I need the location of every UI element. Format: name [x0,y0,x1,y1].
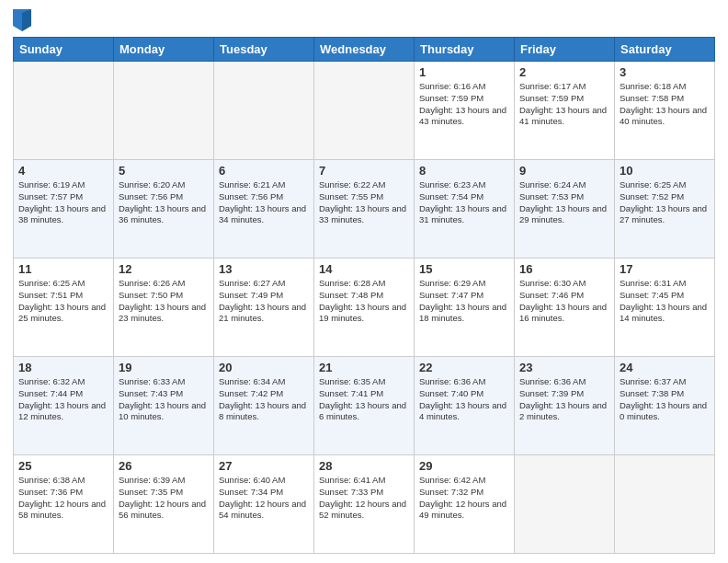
day-number: 16 [519,262,609,276]
day-number: 3 [620,65,710,79]
calendar-day-cell: 11Sunrise: 6:25 AM Sunset: 7:51 PM Dayli… [14,259,114,357]
calendar-day-cell [314,62,415,160]
day-info: Sunrise: 6:23 AM Sunset: 7:54 PM Dayligh… [419,179,509,226]
calendar-day-cell: 29Sunrise: 6:42 AM Sunset: 7:32 PM Dayli… [415,455,515,554]
calendar-day-cell: 4Sunrise: 6:19 AM Sunset: 7:57 PM Daylig… [14,160,114,259]
day-number: 11 [18,262,108,276]
calendar-day-cell: 28Sunrise: 6:41 AM Sunset: 7:33 PM Dayli… [314,455,415,554]
calendar-day-header: Saturday [615,38,715,62]
day-info: Sunrise: 6:25 AM Sunset: 7:52 PM Dayligh… [620,179,710,226]
calendar-day-cell: 8Sunrise: 6:23 AM Sunset: 7:54 PM Daylig… [415,160,515,259]
day-number: 22 [419,361,509,374]
calendar-day-cell: 14Sunrise: 6:28 AM Sunset: 7:48 PM Dayli… [314,259,415,357]
day-info: Sunrise: 6:36 AM Sunset: 7:39 PM Dayligh… [519,376,609,423]
calendar-day-cell: 13Sunrise: 6:27 AM Sunset: 7:49 PM Dayli… [214,259,314,357]
calendar-day-cell: 19Sunrise: 6:33 AM Sunset: 7:43 PM Dayli… [114,357,214,455]
day-number: 5 [119,164,209,178]
day-info: Sunrise: 6:39 AM Sunset: 7:35 PM Dayligh… [119,475,209,522]
day-number: 14 [319,262,409,276]
day-number: 29 [419,459,509,473]
calendar-day-cell: 25Sunrise: 6:38 AM Sunset: 7:36 PM Dayli… [14,455,114,554]
calendar-day-cell: 24Sunrise: 6:37 AM Sunset: 7:38 PM Dayli… [615,357,715,455]
calendar-day-cell: 22Sunrise: 6:36 AM Sunset: 7:40 PM Dayli… [415,357,515,455]
day-number: 6 [219,164,309,178]
day-info: Sunrise: 6:36 AM Sunset: 7:40 PM Dayligh… [419,376,509,423]
day-number: 26 [119,459,209,473]
day-info: Sunrise: 6:35 AM Sunset: 7:41 PM Dayligh… [319,376,409,423]
calendar-day-cell [114,62,214,160]
day-info: Sunrise: 6:37 AM Sunset: 7:38 PM Dayligh… [620,376,710,423]
day-info: Sunrise: 6:24 AM Sunset: 7:53 PM Dayligh… [519,179,609,226]
day-number: 7 [319,164,409,178]
calendar-day-cell: 21Sunrise: 6:35 AM Sunset: 7:41 PM Dayli… [314,357,415,455]
calendar-day-cell: 5Sunrise: 6:20 AM Sunset: 7:56 PM Daylig… [114,160,214,259]
calendar-week-row: 11Sunrise: 6:25 AM Sunset: 7:51 PM Dayli… [14,259,715,357]
day-info: Sunrise: 6:31 AM Sunset: 7:45 PM Dayligh… [620,278,710,325]
day-info: Sunrise: 6:20 AM Sunset: 7:56 PM Dayligh… [119,179,209,226]
calendar-day-cell: 3Sunrise: 6:18 AM Sunset: 7:58 PM Daylig… [615,62,715,160]
calendar-day-header: Thursday [415,38,515,62]
day-info: Sunrise: 6:17 AM Sunset: 7:59 PM Dayligh… [519,81,609,128]
day-number: 9 [519,164,609,178]
calendar-day-cell [14,62,114,160]
day-number: 23 [519,361,609,374]
calendar-day-cell: 12Sunrise: 6:26 AM Sunset: 7:50 PM Dayli… [114,259,214,357]
day-number: 1 [419,65,509,79]
day-number: 4 [18,164,108,178]
day-info: Sunrise: 6:41 AM Sunset: 7:33 PM Dayligh… [319,475,409,522]
calendar-day-cell: 16Sunrise: 6:30 AM Sunset: 7:46 PM Dayli… [515,259,615,357]
day-info: Sunrise: 6:16 AM Sunset: 7:59 PM Dayligh… [419,81,509,128]
day-number: 17 [620,262,710,276]
calendar-day-cell [615,455,715,554]
day-info: Sunrise: 6:30 AM Sunset: 7:46 PM Dayligh… [519,278,609,325]
logo-icon [13,9,31,31]
calendar-day-cell: 2Sunrise: 6:17 AM Sunset: 7:59 PM Daylig… [515,62,615,160]
calendar-day-header: Sunday [14,38,114,62]
day-number: 21 [319,361,409,374]
page: SundayMondayTuesdayWednesdayThursdayFrid… [0,0,728,563]
day-number: 15 [419,262,509,276]
day-info: Sunrise: 6:32 AM Sunset: 7:44 PM Dayligh… [18,376,108,423]
day-number: 10 [620,164,710,178]
calendar-day-cell: 18Sunrise: 6:32 AM Sunset: 7:44 PM Dayli… [14,357,114,455]
calendar-day-header: Tuesday [214,38,314,62]
day-info: Sunrise: 6:19 AM Sunset: 7:57 PM Dayligh… [18,179,108,226]
day-number: 20 [219,361,309,374]
calendar-day-cell: 17Sunrise: 6:31 AM Sunset: 7:45 PM Dayli… [615,259,715,357]
day-info: Sunrise: 6:27 AM Sunset: 7:49 PM Dayligh… [219,278,309,325]
calendar-day-cell: 23Sunrise: 6:36 AM Sunset: 7:39 PM Dayli… [515,357,615,455]
calendar-header-row: SundayMondayTuesdayWednesdayThursdayFrid… [14,38,715,62]
calendar-day-cell: 15Sunrise: 6:29 AM Sunset: 7:47 PM Dayli… [415,259,515,357]
day-number: 28 [319,459,409,473]
day-info: Sunrise: 6:18 AM Sunset: 7:58 PM Dayligh… [620,81,710,128]
day-info: Sunrise: 6:22 AM Sunset: 7:55 PM Dayligh… [319,179,409,226]
day-info: Sunrise: 6:33 AM Sunset: 7:43 PM Dayligh… [119,376,209,423]
calendar-day-cell: 6Sunrise: 6:21 AM Sunset: 7:56 PM Daylig… [214,160,314,259]
day-number: 18 [18,361,108,374]
header [13,9,715,31]
calendar-week-row: 25Sunrise: 6:38 AM Sunset: 7:36 PM Dayli… [14,455,715,554]
day-info: Sunrise: 6:28 AM Sunset: 7:48 PM Dayligh… [319,278,409,325]
svg-marker-1 [22,9,31,31]
day-info: Sunrise: 6:26 AM Sunset: 7:50 PM Dayligh… [119,278,209,325]
day-info: Sunrise: 6:34 AM Sunset: 7:42 PM Dayligh… [219,376,309,423]
day-info: Sunrise: 6:42 AM Sunset: 7:32 PM Dayligh… [419,475,509,522]
calendar-day-cell: 1Sunrise: 6:16 AM Sunset: 7:59 PM Daylig… [415,62,515,160]
day-info: Sunrise: 6:21 AM Sunset: 7:56 PM Dayligh… [219,179,309,226]
day-number: 25 [18,459,108,473]
day-number: 8 [419,164,509,178]
calendar-day-header: Friday [515,38,615,62]
calendar-day-cell [214,62,314,160]
calendar-week-row: 18Sunrise: 6:32 AM Sunset: 7:44 PM Dayli… [14,357,715,455]
calendar-day-cell: 10Sunrise: 6:25 AM Sunset: 7:52 PM Dayli… [615,160,715,259]
calendar-day-cell [515,455,615,554]
calendar-day-header: Wednesday [314,38,415,62]
calendar-day-cell: 9Sunrise: 6:24 AM Sunset: 7:53 PM Daylig… [515,160,615,259]
day-number: 2 [519,65,609,79]
day-number: 27 [219,459,309,473]
day-info: Sunrise: 6:29 AM Sunset: 7:47 PM Dayligh… [419,278,509,325]
calendar-day-cell: 27Sunrise: 6:40 AM Sunset: 7:34 PM Dayli… [214,455,314,554]
day-number: 12 [119,262,209,276]
day-number: 13 [219,262,309,276]
logo [13,9,35,31]
